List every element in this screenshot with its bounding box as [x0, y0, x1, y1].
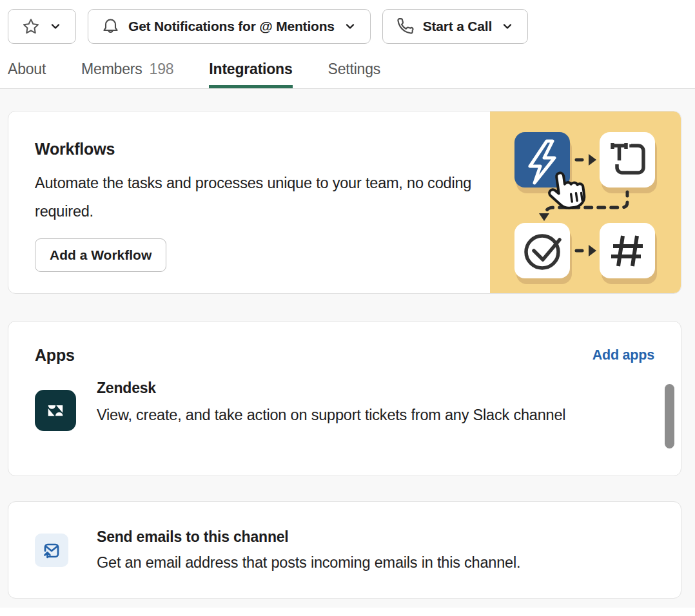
- workflow-diagram-illustration: [490, 111, 681, 294]
- toolbar: Get Notifications for @ Mentions Start a…: [0, 0, 695, 44]
- notifications-button[interactable]: Get Notifications for @ Mentions: [88, 9, 371, 44]
- workflows-title: Workflows: [35, 140, 466, 159]
- app-list-item-zendesk[interactable]: Zendesk View, create, and take action on…: [8, 365, 681, 431]
- chevron-down-icon: [344, 20, 357, 33]
- incoming-email-icon: [35, 534, 68, 567]
- send-emails-title: Send emails to this channel: [97, 528, 520, 546]
- add-workflow-button[interactable]: Add a Workflow: [35, 238, 166, 272]
- tab-integrations[interactable]: Integrations: [209, 61, 292, 88]
- apps-title: Apps: [35, 346, 75, 365]
- chevron-down-icon: [501, 20, 514, 33]
- tab-settings[interactable]: Settings: [328, 61, 381, 88]
- workflows-illustration: [490, 111, 681, 293]
- tab-members[interactable]: Members198: [81, 61, 173, 88]
- phone-icon: [396, 18, 414, 35]
- text-frame-tile: [600, 132, 655, 188]
- tab-members-label: Members: [81, 61, 142, 77]
- apps-card: Apps Add apps Zendesk View, create, and …: [8, 321, 681, 476]
- star-icon: [22, 17, 40, 35]
- app-name: Zendesk: [97, 380, 632, 397]
- send-emails-card[interactable]: Send emails to this channel Get an email…: [8, 501, 681, 599]
- start-call-button[interactable]: Start a Call: [382, 9, 528, 44]
- start-call-button-label: Start a Call: [423, 19, 492, 34]
- workflows-description: Automate the tasks and processes unique …: [35, 169, 473, 226]
- channel-details-header: Get Notifications for @ Mentions Start a…: [0, 0, 695, 89]
- tab-settings-label: Settings: [328, 61, 381, 77]
- chevron-down-icon: [49, 20, 62, 33]
- channel-hash-tile: [600, 223, 655, 278]
- bell-icon: [102, 17, 119, 36]
- add-apps-link[interactable]: Add apps: [592, 347, 654, 363]
- tab-integrations-label: Integrations: [209, 61, 292, 77]
- members-count: 198: [150, 61, 174, 77]
- notifications-button-label: Get Notifications for @ Mentions: [128, 19, 335, 34]
- tab-about-label: About: [8, 61, 46, 77]
- workflows-card: Workflows Automate the tasks and process…: [8, 111, 681, 294]
- check-circle-tile: [514, 223, 570, 278]
- workflows-content: Workflows Automate the tasks and process…: [8, 111, 466, 272]
- integrations-panel: Workflows Automate the tasks and process…: [0, 89, 695, 608]
- app-description: View, create, and take action on support…: [97, 401, 632, 429]
- star-channel-button[interactable]: [8, 9, 76, 44]
- tab-about[interactable]: About: [8, 61, 46, 88]
- send-emails-description: Get an email address that posts incoming…: [97, 554, 520, 572]
- channel-tabs: About Members198 Integrations Settings: [0, 44, 695, 88]
- apps-scrollbar-thumb[interactable]: [665, 384, 674, 448]
- zendesk-logo-icon: [35, 390, 76, 431]
